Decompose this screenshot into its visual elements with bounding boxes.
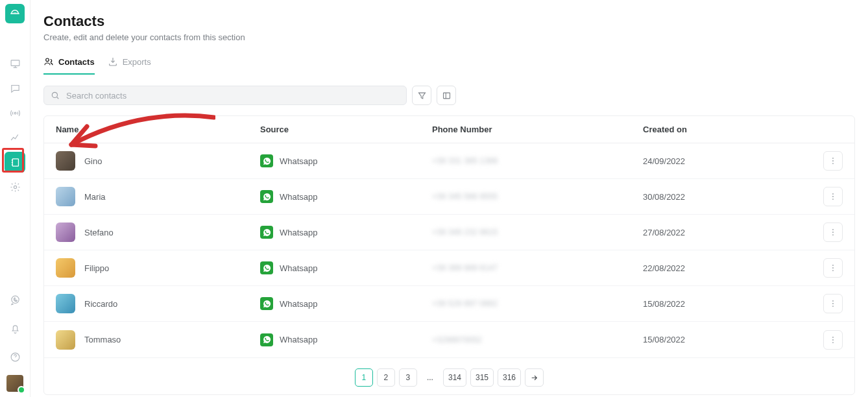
table-row[interactable]: Filippo Whatsapp +39 389 889 8147 22/08/… <box>44 250 854 286</box>
filter-icon <box>417 91 427 101</box>
row-menu-button[interactable] <box>823 187 843 206</box>
page-314[interactable]: 314 <box>443 368 466 387</box>
nav-analytics-icon[interactable] <box>5 127 25 148</box>
row-menu-button[interactable] <box>823 330 843 350</box>
tab-contacts[interactable]: Contacts <box>43 56 95 75</box>
nav-settings-icon[interactable] <box>5 176 25 197</box>
nav-whatsapp-icon[interactable] <box>5 289 25 310</box>
dots-vertical-icon <box>828 335 838 344</box>
main-content: Contacts Create, edit and delete your co… <box>30 0 868 397</box>
svg-rect-0 <box>11 60 19 66</box>
table-row[interactable]: Gino Whatsapp +39 331 385 1388 24/09/202… <box>44 143 854 179</box>
app-logo <box>5 4 25 23</box>
page-316[interactable]: 316 <box>498 368 521 387</box>
nav-monitor-icon[interactable] <box>5 53 25 74</box>
page-ellipsis: ... <box>421 368 439 387</box>
columns-button[interactable] <box>437 86 456 105</box>
page-next[interactable] <box>525 368 544 387</box>
row-menu-button[interactable] <box>823 223 843 242</box>
svg-point-10 <box>832 160 834 162</box>
contact-source: Whatsapp <box>280 335 318 344</box>
contact-name: Riccardo <box>84 299 117 309</box>
svg-point-15 <box>832 229 834 230</box>
contact-avatar <box>56 258 75 278</box>
download-icon <box>108 56 118 67</box>
contact-avatar <box>56 151 75 171</box>
tab-exports[interactable]: Exports <box>108 56 151 75</box>
svg-rect-2 <box>12 158 18 165</box>
svg-point-3 <box>14 186 16 188</box>
table-row[interactable]: Maria Whatsapp +39 345 586 9555 30/08/20… <box>44 179 854 215</box>
columns-icon <box>442 91 452 101</box>
page-1[interactable]: 1 <box>355 368 373 387</box>
page-315[interactable]: 315 <box>470 368 494 387</box>
toolbar <box>43 86 855 105</box>
tab-contacts-label: Contacts <box>58 57 95 67</box>
contact-phone: +39 331 385 1388 <box>432 156 643 165</box>
dots-vertical-icon <box>828 263 838 272</box>
contact-source: Whatsapp <box>280 299 318 309</box>
nav-help-icon[interactable] <box>5 346 25 367</box>
contact-avatar <box>56 187 75 206</box>
whatsapp-icon <box>260 297 273 310</box>
whatsapp-icon <box>260 333 273 346</box>
contact-source: Whatsapp <box>280 228 318 237</box>
th-source: Source <box>260 125 432 134</box>
svg-point-21 <box>832 300 834 302</box>
nav-contacts-icon[interactable] <box>5 152 25 173</box>
contact-source: Whatsapp <box>280 263 318 273</box>
sidebar-bottom <box>0 289 30 392</box>
svg-point-20 <box>832 270 834 271</box>
nav-chat-icon[interactable] <box>5 78 25 99</box>
contact-created: 15/08/2022 <box>643 335 804 344</box>
contact-created: 30/08/2022 <box>643 192 804 202</box>
contact-phone: +39 529 897 0882 <box>432 299 643 308</box>
contact-avatar <box>56 330 75 350</box>
search-wrap <box>43 86 407 105</box>
svg-point-11 <box>832 163 834 164</box>
contact-created: 24/09/2022 <box>643 156 804 166</box>
svg-point-22 <box>832 303 834 304</box>
contact-phone: +39 389 889 8147 <box>432 263 643 272</box>
contact-phone: +3298970052 <box>432 335 643 344</box>
row-menu-button[interactable] <box>823 151 843 171</box>
dots-vertical-icon <box>828 156 838 165</box>
search-icon <box>51 91 60 100</box>
dots-vertical-icon <box>828 228 838 237</box>
sidebar <box>0 0 30 397</box>
contact-phone: +39 349 232 9815 <box>432 228 643 237</box>
svg-point-14 <box>832 198 834 200</box>
page-subtitle: Create, edit and delete your contacts fr… <box>43 32 868 42</box>
contact-name: Maria <box>84 192 106 202</box>
svg-point-7 <box>52 92 57 97</box>
whatsapp-icon <box>260 261 273 274</box>
page-title: Contacts <box>43 13 868 30</box>
contact-name: Gino <box>84 156 102 166</box>
nav-broadcast-icon[interactable] <box>5 102 25 123</box>
tab-exports-label: Exports <box>123 57 151 67</box>
svg-point-12 <box>832 193 834 195</box>
svg-point-26 <box>832 342 834 343</box>
row-menu-button[interactable] <box>823 294 843 313</box>
search-input[interactable] <box>43 86 407 105</box>
contact-source: Whatsapp <box>280 192 318 202</box>
svg-rect-8 <box>443 93 450 99</box>
table-header: Name Source Phone Number Created on <box>44 116 854 143</box>
svg-point-17 <box>832 234 834 235</box>
row-menu-button[interactable] <box>823 258 843 278</box>
table-row[interactable]: Riccardo Whatsapp +39 529 897 0882 15/08… <box>44 286 854 322</box>
page-2[interactable]: 2 <box>377 368 395 387</box>
nav-notifications-icon[interactable] <box>5 318 25 339</box>
filter-button[interactable] <box>412 86 431 105</box>
contact-created: 22/08/2022 <box>643 263 804 273</box>
whatsapp-icon <box>260 154 273 167</box>
svg-point-13 <box>832 196 834 197</box>
user-avatar[interactable] <box>6 375 23 392</box>
contact-created: 27/08/2022 <box>643 228 804 237</box>
pagination: 1 2 3 ... 314 315 316 <box>44 357 854 394</box>
table-row[interactable]: Stefano Whatsapp +39 349 232 9815 27/08/… <box>44 215 854 250</box>
svg-point-16 <box>832 232 834 233</box>
table-row[interactable]: Tommaso Whatsapp +3298970052 15/08/2022 <box>44 322 854 357</box>
contact-source: Whatsapp <box>280 156 318 166</box>
page-3[interactable]: 3 <box>399 368 417 387</box>
